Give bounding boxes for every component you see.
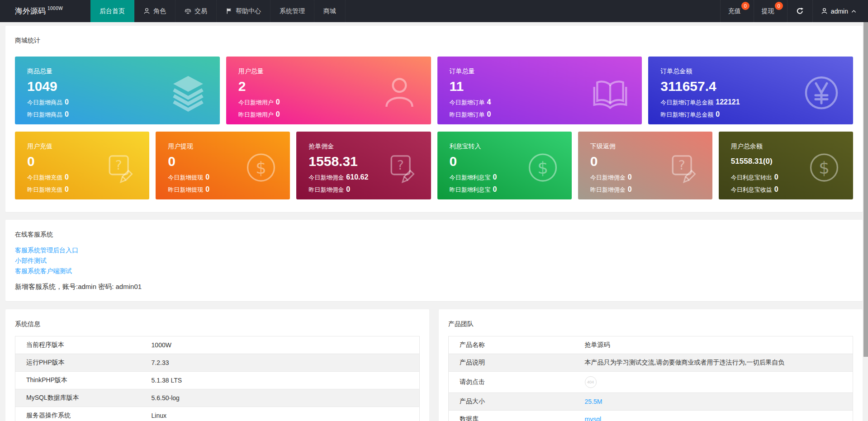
info-row-value: 25.5M [578, 393, 853, 411]
info-row-label: 请勿点击 [449, 372, 578, 393]
edit-icon: ? [666, 151, 701, 185]
info-row-value-text: 7.2.33 [152, 359, 169, 366]
nav-item-mall[interactable]: 商城 [314, 0, 346, 22]
info-row-link[interactable]: 25.5M [585, 398, 602, 405]
page-scrollbar-thumb[interactable] [863, 22, 868, 357]
system-info-table: 当前程序版本1000W运行PHP版本7.2.33ThinkPHP版本5.1.38… [15, 336, 420, 421]
stat-card-row2-2: 用户提现0今日新增提现0昨日新增提现0$ [156, 132, 290, 199]
stat-card-subline-value: 0 [493, 173, 497, 181]
stat-card-subline-value: 0 [65, 110, 69, 118]
stat-card-subline-label: 昨日新增佣金 [590, 186, 626, 193]
stat-card-subline: 昨日新增佣金0 [308, 185, 431, 194]
svg-text:$: $ [256, 158, 266, 178]
info-row-label-text: 请勿点击 [460, 378, 485, 385]
stat-card-row1-4: 订单总金额311657.4今日新增订单总金额122121昨日新增订单总金额0 [648, 57, 853, 124]
system-info-title: 系统信息 [15, 320, 420, 328]
info-row-label: MySQL数据库版本 [15, 389, 145, 407]
stat-card-subline-value: 0 [628, 173, 632, 181]
info-row-value-text: 5.1.38 LTS [152, 377, 182, 384]
stat-card-subline-value: 0 [774, 173, 778, 181]
nav-item-home[interactable]: 后台首页 [90, 0, 134, 22]
withdraw-button[interactable]: 提现0 [754, 0, 787, 22]
user-icon [143, 8, 150, 14]
nav-item-help[interactable]: 帮助中心 [217, 0, 270, 22]
info-row-label-text: 产品大小 [460, 397, 485, 405]
info-row-label-text: 服务器操作系统 [26, 412, 71, 419]
stat-card-subline: 昨日新增充值0 [27, 185, 149, 194]
stat-card-title: 用户总余额 [731, 142, 853, 151]
info-row-label: 运行PHP版本 [15, 354, 145, 372]
stat-card-row1-3: 订单总量11今日新增订单4昨日新增订单0 [437, 57, 642, 124]
stat-card-title: 用户充值 [27, 142, 149, 151]
main-nav: 后台首页角色交易帮助中心系统管理商城 [90, 0, 346, 22]
info-row: 当前程序版本1000W [15, 336, 420, 354]
stat-card-subline-label: 今日新增佣金 [308, 174, 344, 181]
stat-card-subline-value: 0 [276, 98, 280, 106]
recharge-button[interactable]: 充值0 [720, 0, 754, 22]
navbar-right: 充值0提现0 admin [720, 0, 868, 22]
dollar-icon: $ [807, 151, 841, 185]
product-team-panel: 产品团队 产品名称抢单源码产品说明本产品只为学习测试交流,请勿要做商业或者用于违… [439, 309, 863, 421]
info-row-label-text: 当前程序版本 [26, 341, 64, 348]
svg-text:?: ? [115, 158, 122, 173]
nav-item-trade[interactable]: 交易 [175, 0, 217, 22]
stat-card-subline: 昨日新增利息宝0 [450, 185, 572, 194]
service-note: 新增客服系统，账号:admin 密码: admin01 [15, 283, 853, 291]
service-link-1[interactable]: 客服系统管理后台入口 [15, 245, 853, 255]
info-row-value-text: Linux [152, 412, 166, 419]
nav-item-label: 系统管理 [280, 7, 305, 15]
stat-card-subline-label: 今日新增充值 [27, 174, 62, 181]
dollar-icon: $ [526, 151, 560, 185]
info-row: ThinkPHP版本5.1.38 LTS [15, 372, 420, 389]
stat-card-row2-6: 用户总余额51558.31(0)今日利息宝转出0今日利息宝收益0$ [719, 132, 853, 199]
yen-icon [802, 73, 841, 113]
stats-card-row-1: 商品总量1049今日新增商品0昨日新增商品0用户总量2今日新增用户0昨日新增用户… [15, 57, 853, 124]
info-row-label: 服务器操作系统 [15, 407, 145, 421]
stat-card-subline-value: 0 [628, 185, 632, 193]
main-content: 商城统计 商品总量1049今日新增商品0昨日新增商品0用户总量2今日新增用户0昨… [0, 26, 868, 421]
nav-item-label: 角色 [153, 7, 166, 15]
stat-card-subline-value: 0 [65, 98, 69, 106]
info-row-label-text: ThinkPHP版本 [26, 376, 67, 383]
stat-card-row2-3: 抢单佣金1558.31今日新增佣金610.62昨日新增佣金0? [296, 132, 431, 199]
service-link-3[interactable]: 客服系统客户端测试 [15, 266, 853, 276]
service-panel-title: 在线客服系统 [15, 231, 853, 239]
stat-card-title: 下级返佣 [590, 142, 712, 151]
app-logo[interactable]: 海外源码 1000W [0, 0, 90, 22]
stat-card-title: 利息宝转入 [450, 142, 572, 151]
stat-card-subline-value: 122121 [716, 98, 740, 106]
service-link-2[interactable]: 小部件测试 [15, 255, 853, 266]
stat-card-subline-label: 今日新增提现 [168, 174, 203, 181]
stat-card-subline: 今日利息宝收益0 [731, 185, 853, 194]
stat-card-subline-label: 今日新增订单 [450, 99, 485, 106]
stat-card-row2-1: 用户充值0今日新增充值0昨日新增充值0? [15, 132, 149, 199]
user-menu[interactable]: admin [812, 0, 868, 22]
refresh-button[interactable] [787, 0, 812, 22]
info-row-label: 产品大小 [449, 393, 578, 411]
recharge-label: 充值 [728, 7, 741, 15]
layers-icon [168, 73, 208, 113]
stat-card-subline-label: 昨日新增订单总金额 [660, 111, 713, 118]
bottom-panels: 系统信息 当前程序版本1000W运行PHP版本7.2.33ThinkPHP版本5… [5, 309, 863, 421]
info-row-label-text: 产品说明 [460, 359, 485, 366]
svg-text:?: ? [678, 158, 685, 173]
nav-item-label: 商城 [323, 7, 336, 15]
stat-card-subline-value: 0 [65, 173, 69, 181]
info-row: 产品名称抢单源码 [449, 336, 853, 354]
top-navbar: 海外源码 1000W 后台首页角色交易帮助中心系统管理商城 充值0提现0 adm… [0, 0, 868, 22]
edit-icon: ? [103, 151, 138, 185]
stat-card-row2-4: 利息宝转入0今日新增利息宝0昨日新增利息宝0$ [437, 132, 572, 199]
app-logo-text: 海外源码 [15, 6, 46, 16]
stat-card-subline: 昨日新增提现0 [168, 185, 290, 194]
flag-icon [226, 8, 232, 14]
info-row: 运行PHP版本7.2.33 [15, 354, 420, 372]
stat-card-subline-label: 昨日新增佣金 [308, 186, 344, 193]
nav-item-system[interactable]: 系统管理 [270, 0, 314, 22]
info-row: MySQL数据库版本5.6.50-log [15, 389, 420, 407]
info-row-label: ThinkPHP版本 [15, 372, 145, 389]
stat-card-row1-2: 用户总量2今日新增用户0昨日新增用户0 [226, 57, 431, 124]
info-row-link[interactable]: mysql [585, 416, 602, 421]
stat-card-subline-label: 今日新增商品 [27, 99, 62, 106]
404-icon[interactable]: 404 [585, 376, 597, 388]
nav-item-roles[interactable]: 角色 [134, 0, 175, 22]
